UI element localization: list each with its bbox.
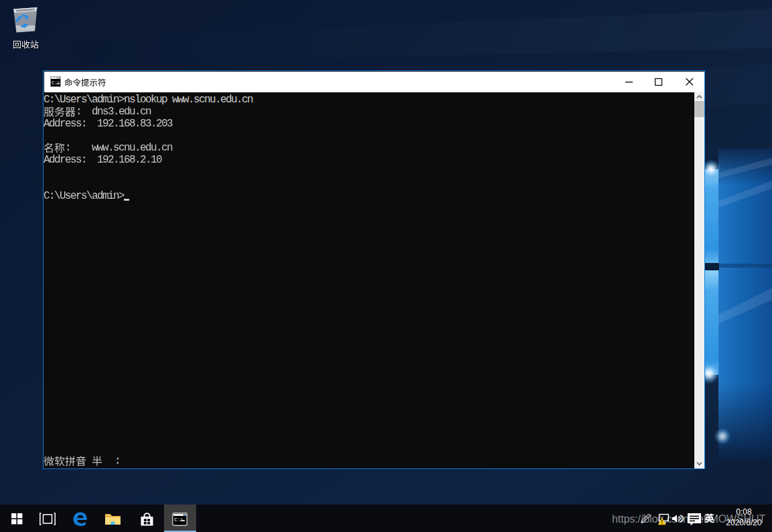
svg-text:C:\: C:\	[52, 80, 60, 86]
svg-text:C:\: C:\	[174, 517, 184, 523]
